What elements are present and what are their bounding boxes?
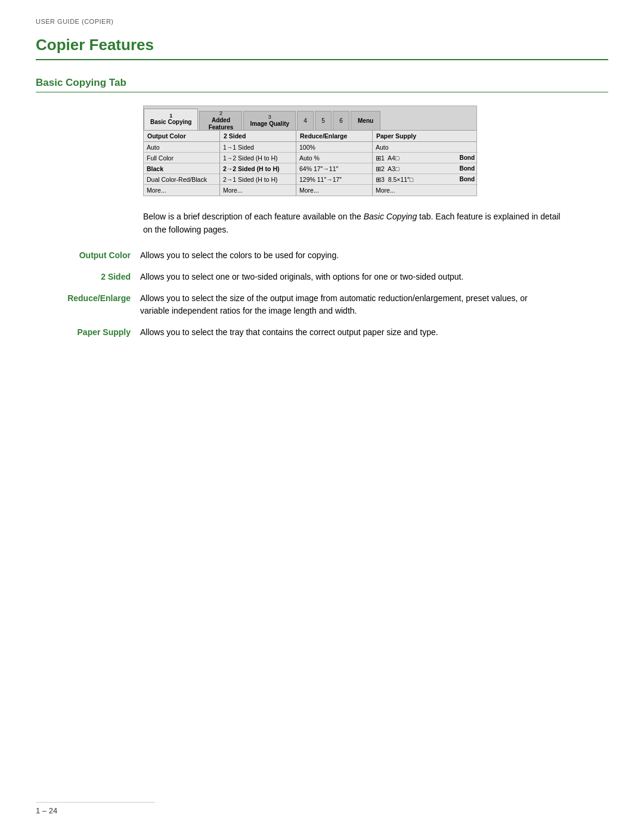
description-paragraph: Below is a brief description of each fea… <box>143 210 561 236</box>
tab-6[interactable]: 6 <box>333 111 349 130</box>
ui-panel: 1 Basic Copying 2 AddedFeatures 3 Image … <box>143 106 477 196</box>
page-footer: 1 – 24 <box>36 802 155 815</box>
table-body: Auto Full Color Black Dual Color-Red/Bla… <box>144 142 476 196</box>
cell-more-4[interactable]: More... <box>373 185 478 196</box>
desc-italic: Basic Copying <box>364 212 417 221</box>
page-title: Copier Features <box>36 36 608 60</box>
feature-desc-2sided: Allows you to select one or two-sided or… <box>140 271 558 284</box>
tab-added-features[interactable]: 2 AddedFeatures <box>199 111 242 130</box>
cell-100pct[interactable]: 100% <box>296 142 372 153</box>
cell-more-1[interactable]: More... <box>144 185 219 196</box>
cell-black[interactable]: Black <box>144 163 219 174</box>
feature-desc-reduce-enlarge: Allows you to select the size of the out… <box>140 292 558 318</box>
feature-output-color: Output Color Allows you to select the co… <box>36 249 608 262</box>
section-title: Basic Copying Tab <box>36 77 608 92</box>
cell-129pct[interactable]: 129% 11″→17″ <box>296 174 372 185</box>
breadcrumb: User Guide (Copier) <box>36 18 608 25</box>
feature-2sided: 2 Sided Allows you to select one or two-… <box>36 271 608 284</box>
cell-full-color[interactable]: Full Color <box>144 153 219 163</box>
page: User Guide (Copier) Copier Features Basi… <box>0 0 644 833</box>
page-number: 1 – 24 <box>36 806 57 815</box>
feature-desc-output-color: Allows you to select the colors to be us… <box>140 249 558 262</box>
col-header-output-color: Output Color <box>144 131 220 141</box>
tab-basic-copying[interactable]: 1 Basic Copying <box>144 109 198 130</box>
feature-label-reduce-enlarge: Reduce/Enlarge <box>36 292 140 305</box>
feature-label-output-color: Output Color <box>36 249 140 262</box>
content-area: 1 Basic Copying 2 AddedFeatures 3 Image … <box>36 106 608 348</box>
feature-paper-supply: Paper Supply Allows you to select the tr… <box>36 326 608 339</box>
cell-dual-color[interactable]: Dual Color-Red/Black <box>144 174 219 185</box>
cell-2to2sided[interactable]: 2→2 Sided (H to H) <box>220 163 296 174</box>
col-reduce-enlarge: 100% Auto % 64% 17″→11″ 129% 11″→17″ Mor… <box>296 142 373 196</box>
cell-1to2sided[interactable]: 1→2 Sided (H to H) <box>220 153 296 163</box>
cell-1to1sided[interactable]: 1→1 Sided <box>220 142 296 153</box>
tab-menu[interactable]: Menu <box>351 111 380 130</box>
feature-desc-paper-supply: Allows you to select the tray that conta… <box>140 326 558 339</box>
tabs-row: 1 Basic Copying 2 AddedFeatures 3 Image … <box>144 106 476 130</box>
col-paper-supply: Auto ⊞1 A4□Bond ⊞2 A3□Bond ⊞3 8.5×11″□Bo… <box>373 142 478 196</box>
col-output-color: Auto Full Color Black Dual Color-Red/Bla… <box>144 142 220 196</box>
cell-auto-pct[interactable]: Auto % <box>296 153 372 163</box>
table-header-row: Output Color 2 Sided Reduce/Enlarge Pape… <box>144 131 476 142</box>
cell-paper-3[interactable]: ⊞3 8.5×11″□Bond <box>373 174 478 185</box>
tab-4[interactable]: 4 <box>297 111 314 130</box>
tab-5[interactable]: 5 <box>315 111 332 130</box>
cell-paper-1[interactable]: ⊞1 A4□Bond <box>373 153 478 163</box>
tab-content: Output Color 2 Sided Reduce/Enlarge Pape… <box>144 130 476 196</box>
col-header-reduce-enlarge: Reduce/Enlarge <box>296 131 373 141</box>
col-header-paper-supply: Paper Supply <box>373 131 478 141</box>
cell-paper-2[interactable]: ⊞2 A3□Bond <box>373 163 478 174</box>
cell-64pct[interactable]: 64% 17″→11″ <box>296 163 372 174</box>
col-header-2sided: 2 Sided <box>220 131 296 141</box>
tab-image-quality[interactable]: 3 Image Quality <box>243 111 296 130</box>
desc-text1: Below is a brief description of each fea… <box>143 212 364 221</box>
cell-more-2[interactable]: More... <box>220 185 296 196</box>
feature-reduce-enlarge: Reduce/Enlarge Allows you to select the … <box>36 292 608 318</box>
col-2sided: 1→1 Sided 1→2 Sided (H to H) 2→2 Sided (… <box>220 142 296 196</box>
cell-auto[interactable]: Auto <box>144 142 219 153</box>
cell-2to1sided[interactable]: 2→1 Sided (H to H) <box>220 174 296 185</box>
cell-paper-auto[interactable]: Auto <box>373 142 478 153</box>
cell-more-3[interactable]: More... <box>296 185 372 196</box>
feature-label-2sided: 2 Sided <box>36 271 140 283</box>
feature-label-paper-supply: Paper Supply <box>36 326 140 339</box>
